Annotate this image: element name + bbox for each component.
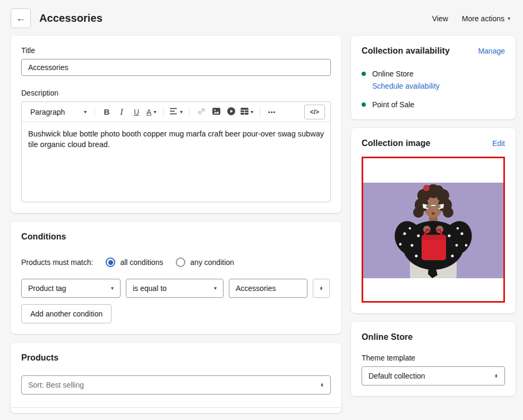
chevron-down-icon: ▾ bbox=[214, 286, 217, 291]
collection-photo bbox=[363, 183, 503, 278]
insert-link-button[interactable] bbox=[194, 105, 208, 119]
show-html-button[interactable]: </> bbox=[304, 105, 325, 119]
insert-image-button[interactable] bbox=[209, 105, 223, 119]
condition-row: Product tag ▾ is equal to ▾ ▲▼ bbox=[21, 279, 331, 298]
products-heading: Products bbox=[21, 353, 331, 363]
insert-table-button[interactable]: ▾ bbox=[239, 105, 255, 119]
products-card: Products Sort: Best selling ▲▼ bbox=[11, 342, 341, 413]
editor-toolbar: Paragraph ▾ B I U A ▾ bbox=[22, 102, 330, 122]
page-title: Accessories bbox=[39, 12, 102, 24]
header-actions: View More actions ▾ bbox=[432, 14, 510, 23]
back-arrow-icon: ← bbox=[16, 13, 25, 24]
radio-unselected-icon bbox=[176, 258, 185, 267]
underline-button[interactable]: U bbox=[130, 105, 143, 119]
chevron-down-icon: ▾ bbox=[153, 109, 156, 115]
products-sort-select[interactable]: Sort: Best selling ▲▼ bbox=[21, 375, 331, 395]
edit-image-link[interactable]: Edit bbox=[492, 139, 505, 148]
table-icon bbox=[241, 108, 248, 116]
theme-template-select[interactable]: Default collection ▲▼ bbox=[362, 366, 505, 385]
radio-any-condition[interactable]: any condition bbox=[176, 258, 234, 267]
play-icon bbox=[227, 107, 235, 117]
description-label: Description bbox=[21, 89, 331, 97]
updown-icon: ▲▼ bbox=[494, 374, 498, 379]
more-actions-label: More actions bbox=[462, 14, 504, 23]
theme-template-label: Theme template bbox=[362, 354, 505, 362]
online-store-heading: Online Store bbox=[362, 332, 505, 342]
text-color-label: A bbox=[147, 108, 151, 116]
title-input[interactable] bbox=[21, 59, 331, 76]
text-color-button[interactable]: A ▾ bbox=[144, 105, 158, 119]
channel-name: Online Store bbox=[372, 70, 414, 78]
paragraph-style-dropdown[interactable]: Paragraph ▾ bbox=[27, 105, 90, 119]
match-label: Products must match: bbox=[21, 258, 93, 267]
chevron-down-icon: ▾ bbox=[84, 109, 87, 115]
add-condition-button[interactable]: Add another condition bbox=[21, 304, 112, 323]
radio-all-label: all conditions bbox=[120, 258, 163, 267]
collection-image-highlighted[interactable] bbox=[362, 157, 505, 303]
availability-heading: Collection availability bbox=[362, 46, 450, 56]
products-sort-value: Sort: Best selling bbox=[28, 381, 84, 389]
collection-availability-card: Collection availability Manage Online St… bbox=[351, 36, 516, 119]
link-icon bbox=[198, 107, 205, 117]
condition-value-input[interactable] bbox=[229, 279, 307, 298]
collection-image-heading: Collection image bbox=[362, 139, 431, 148]
theme-template-value: Default collection bbox=[368, 372, 425, 380]
description-textarea[interactable]: Bushwick blue bottle photo booth copper … bbox=[22, 122, 330, 202]
italic-button[interactable]: I bbox=[115, 105, 128, 119]
channel-point-of-sale: Point of Sale bbox=[362, 100, 505, 109]
radio-any-label: any condition bbox=[190, 258, 234, 267]
conditions-card: Conditions Products must match: all cond… bbox=[11, 221, 341, 334]
toolbar-divider bbox=[189, 107, 190, 117]
chevron-down-icon: ▾ bbox=[111, 286, 114, 291]
view-button[interactable]: View bbox=[432, 14, 448, 23]
title-description-card: Title Description Paragraph ▾ B I U bbox=[11, 36, 341, 213]
collection-image-card: Collection image Edit bbox=[351, 128, 516, 313]
insert-video-button[interactable] bbox=[224, 105, 238, 119]
page-header: ← Accessories View More actions ▾ bbox=[0, 0, 523, 36]
align-left-icon bbox=[170, 108, 178, 116]
toolbar-divider bbox=[95, 107, 95, 117]
products-divider bbox=[11, 407, 341, 408]
toolbar-divider bbox=[163, 107, 164, 117]
bold-button[interactable]: B bbox=[100, 105, 114, 119]
chevron-down-icon: ▾ bbox=[180, 109, 183, 115]
paragraph-style-label: Paragraph bbox=[30, 108, 65, 116]
back-button[interactable]: ← bbox=[11, 8, 31, 28]
chevron-down-icon: ▾ bbox=[508, 16, 510, 21]
conditions-heading: Conditions bbox=[21, 232, 331, 242]
toolbar-divider bbox=[260, 107, 260, 117]
channel-online-store: Online Store bbox=[362, 70, 505, 78]
schedule-availability-link[interactable]: Schedule availability bbox=[372, 82, 440, 90]
radio-selected-icon bbox=[106, 258, 115, 267]
description-editor: Paragraph ▾ B I U A ▾ bbox=[21, 101, 331, 202]
active-status-dot-icon bbox=[362, 102, 366, 107]
radio-all-conditions[interactable]: all conditions bbox=[106, 258, 163, 267]
updown-icon: ▲▼ bbox=[320, 383, 324, 388]
condition-value-picker-button[interactable]: ▲▼ bbox=[313, 279, 330, 298]
more-formatting-button[interactable]: ••• bbox=[265, 105, 279, 119]
alignment-button[interactable]: ▾ bbox=[168, 105, 184, 119]
condition-field-value: Product tag bbox=[28, 284, 66, 293]
channel-name: Point of Sale bbox=[372, 100, 414, 109]
updown-icon: ▲▼ bbox=[320, 286, 323, 291]
condition-field-select[interactable]: Product tag ▾ bbox=[21, 279, 121, 298]
title-label: Title bbox=[21, 46, 331, 55]
online-store-card: Online Store Theme template Default coll… bbox=[351, 322, 516, 396]
condition-operator-value: is equal to bbox=[133, 284, 167, 293]
condition-operator-select[interactable]: is equal to ▾ bbox=[126, 279, 224, 298]
more-actions-button[interactable]: More actions ▾ bbox=[462, 14, 510, 23]
image-icon bbox=[212, 108, 220, 116]
manage-availability-link[interactable]: Manage bbox=[478, 47, 505, 55]
chevron-down-icon: ▾ bbox=[251, 109, 253, 115]
active-status-dot-icon bbox=[362, 72, 366, 76]
